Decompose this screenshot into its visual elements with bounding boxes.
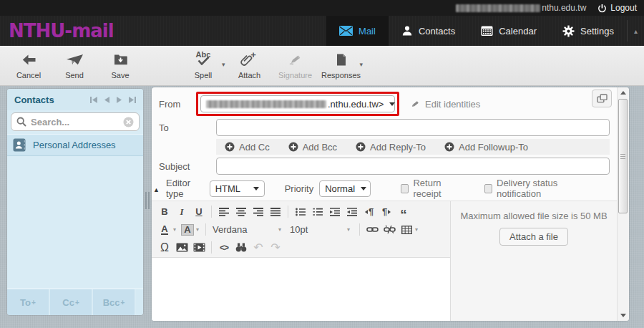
remove-link-icon[interactable] [381,222,398,238]
nav-item-calendar[interactable]: Calendar [468,16,550,46]
indent-icon[interactable] [343,204,361,220]
attach-button[interactable]: + Attach [227,51,273,79]
add-followup-to-link[interactable]: Add Followup-To [444,142,528,153]
contacts-search-input[interactable] [31,117,119,127]
spellcheck-icon: Abc [196,51,211,68]
app-logo[interactable]: NTHU-mail [0,20,114,42]
search-replace-icon[interactable] [233,240,250,256]
insert-link-icon[interactable] [364,222,381,238]
responses-button[interactable]: Responses [318,51,364,79]
new-window-icon [597,94,608,103]
plus-icon: + [121,299,125,307]
underline-button[interactable]: U [190,204,208,220]
add-bcc-link[interactable]: Add Bcc [288,142,337,153]
italic-button[interactable]: I [173,204,190,220]
main-nav: Mail Contacts Calendar Settings ▴ [326,16,644,46]
background-color-button[interactable]: A [179,222,196,238]
vertical-scrollbar[interactable] [617,87,629,321]
contacts-pager [90,97,136,103]
scroll-down-button[interactable] [618,310,629,321]
app-header: NTHU-mail Mail Contacts Calendar Setting… [0,16,644,46]
nav-item-settings[interactable]: Settings [550,16,627,46]
source-code-button[interactable]: <> [215,240,233,256]
editor-type-label: Editor type [166,178,204,199]
html-editor: B I U ¶ ¶ “ [152,201,451,321]
redacted-email-prefix [456,4,540,12]
send-button[interactable]: Send [52,51,97,79]
paragraph-rtl-icon[interactable]: ¶ [378,204,395,220]
edit-identities-link[interactable]: Edit identities [409,99,480,110]
spellcheck-button[interactable]: Abc Spell [180,51,226,79]
font-size-select[interactable]: 10pt ▾ [287,224,356,235]
insert-media-icon[interactable] [190,240,208,256]
table-icon[interactable] [398,222,415,238]
dsn-label: Delivery status notification [497,178,588,199]
special-char-button[interactable]: Ω [156,240,173,256]
compose-body: B I U ¶ ¶ “ [152,201,617,321]
background-color-caret-icon[interactable]: ▾ [196,226,199,233]
add-cc-link[interactable]: Add Cc [225,142,270,153]
message-body-editable-area[interactable] [152,257,450,321]
numbered-list-icon[interactable] [309,204,326,220]
responses-dropdown-caret[interactable]: ▾ [360,61,364,68]
dsn-checkbox[interactable] [484,184,492,193]
cancel-button[interactable]: Cancel [6,51,52,79]
insert-image-icon[interactable] [173,240,190,256]
prev-page-icon[interactable] [104,97,109,103]
calendar-icon [481,25,493,37]
subject-input[interactable] [216,158,610,175]
logout-button[interactable]: Logout [597,3,637,13]
collapse-options-icon[interactable]: ▲ [153,186,160,193]
contacts-sidebar-header: Contacts [7,89,143,110]
next-page-icon[interactable] [117,97,122,103]
editor-type-select[interactable]: HTML [210,180,265,197]
to-row: To [159,119,610,136]
bullet-list-icon[interactable] [292,204,309,220]
open-in-new-window-button[interactable] [592,90,612,107]
taskbar-collapse-button[interactable]: ▴ [628,16,644,46]
document-icon [336,51,346,68]
power-icon [597,4,607,13]
outdent-icon[interactable] [326,204,343,220]
circle-plus-icon [225,142,235,152]
sidebar-item-label: Personal Addresses [33,140,116,150]
nav-item-contacts[interactable]: Contacts [389,16,468,46]
priority-select[interactable]: Normal [319,180,371,197]
attach-a-file-button[interactable]: Attach a file [499,228,568,246]
blockquote-icon[interactable]: “ [395,204,412,220]
scroll-up-button[interactable] [618,87,629,98]
add-reply-to-link[interactable]: Add Reply-To [356,142,426,153]
save-draft-button[interactable]: Save [97,51,143,79]
add-to-recipient-button: To+ [7,289,49,315]
return-receipt-checkbox[interactable] [401,184,409,193]
add-bcc-recipient-button: Bcc+ [93,289,135,315]
scrollbar-thumb[interactable] [618,99,628,213]
editor-options-row: Editor type HTML Priority Normal Return … [159,178,610,199]
sidebar-item-personal-addresses[interactable]: Personal Addresses [7,134,143,156]
compose-panel: From .nthu.edu.tw> Edit identities To [152,87,629,321]
to-input[interactable] [216,119,610,136]
align-justify-icon[interactable] [267,204,284,220]
text-color-caret-icon[interactable]: ▾ [173,226,176,233]
align-left-icon[interactable] [215,204,233,220]
contacts-list-empty-area [7,156,143,288]
text-color-button[interactable]: A [156,222,173,238]
compose-header-form: From .nthu.edu.tw> Edit identities To [152,87,617,201]
align-right-icon[interactable] [250,204,267,220]
add-cc-recipient-button: Cc+ [50,289,92,315]
spell-dropdown-caret[interactable]: ▾ [222,61,225,68]
circle-plus-icon [444,142,454,152]
sidebar-splitter-handle[interactable] [145,192,150,209]
align-center-icon[interactable] [233,204,250,220]
last-page-icon[interactable] [129,97,136,103]
save-folder-icon [114,51,127,68]
from-identity-select[interactable]: .nthu.edu.tw> [200,95,395,112]
to-label: To [159,122,216,133]
paragraph-ltr-icon[interactable]: ¶ [361,204,378,220]
first-page-icon[interactable] [90,97,97,103]
table-caret-icon[interactable]: ▾ [415,226,418,233]
nav-item-mail[interactable]: Mail [326,16,389,46]
bold-button[interactable]: B [156,204,173,220]
font-family-select[interactable]: Verdana ▾ [210,224,287,235]
clear-search-icon[interactable] [123,117,134,127]
